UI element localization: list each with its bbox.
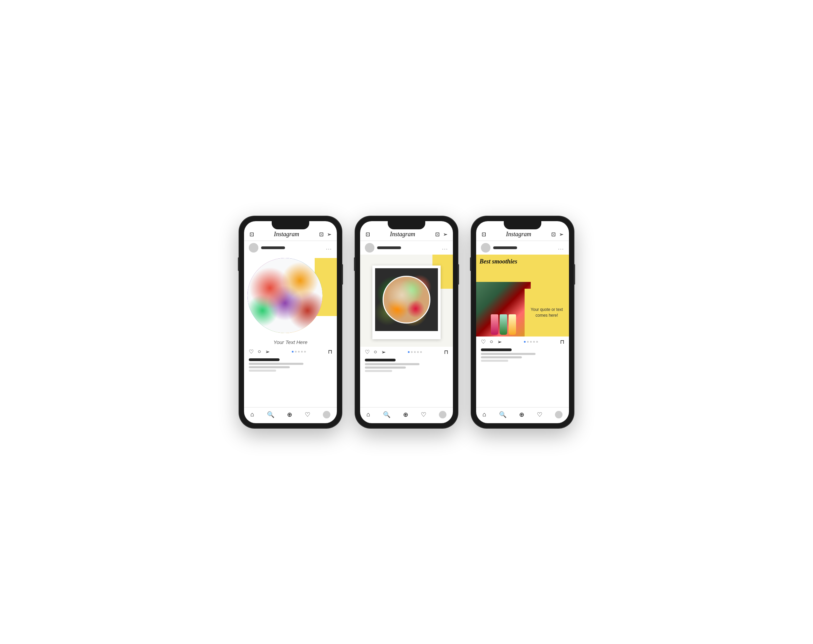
caption-line-3a — [481, 353, 535, 355]
action-left-3: ♡ ○ ➢ — [481, 339, 502, 345]
heart-nav-1[interactable]: ♡ — [305, 411, 310, 419]
camera-icon-2[interactable]: ⊡ — [365, 231, 370, 238]
messenger-icon-3[interactable]: ⊡ — [551, 231, 556, 238]
smoothie-image-area — [476, 282, 531, 336]
post-user-3 — [481, 243, 517, 253]
add-nav-1[interactable]: ⊕ — [287, 411, 292, 419]
search-nav-3[interactable]: 🔍 — [499, 411, 506, 419]
notch-3 — [504, 221, 541, 229]
send-icon-2[interactable]: ➢ — [443, 231, 448, 238]
glass-green — [500, 314, 507, 335]
bottom-nav-3: ⌂ 🔍 ⊕ ♡ — [476, 407, 569, 423]
likes-bar-1 — [249, 358, 279, 361]
post-caption-1: Your Text Here — [244, 336, 337, 347]
heart-nav-3[interactable]: ♡ — [537, 411, 542, 419]
salad-bowl — [383, 276, 430, 324]
dot-3b — [414, 351, 416, 353]
action-bar-2: ♡ ○ ➢ ⊓ — [360, 347, 453, 357]
add-nav-2[interactable]: ⊕ — [403, 411, 408, 419]
dots-indicator-1 — [292, 351, 306, 353]
action-bar-1: ♡ ○ ➢ ⊓ — [244, 347, 337, 357]
home-nav-3[interactable]: ⌂ — [483, 411, 486, 418]
comment-icon-3[interactable]: ○ — [490, 339, 493, 345]
dot-4 — [301, 351, 303, 353]
post-image-2 — [360, 255, 453, 347]
phone-1-screen: ⊡ Instagram ⊡ ➢ ... — [244, 221, 337, 423]
caption-line-1 — [249, 363, 304, 365]
share-icon-3[interactable]: ➢ — [497, 339, 502, 345]
home-nav-2[interactable]: ⌂ — [367, 411, 370, 418]
profile-nav-1[interactable] — [323, 411, 330, 419]
header-icons-3: ⊡ ➢ — [551, 231, 563, 238]
heart-icon-2[interactable]: ♡ — [365, 349, 370, 355]
more-dots-3[interactable]: ... — [558, 245, 564, 250]
phones-container: ⊡ Instagram ⊡ ➢ ... — [239, 216, 574, 428]
phone-3-screen: ⊡ Instagram ⊡ ➢ ... — [476, 221, 569, 423]
dot-2c — [527, 341, 529, 343]
fruit-bowl-image — [247, 258, 322, 333]
bottom-nav-1: ⌂ 🔍 ⊕ ♡ — [244, 407, 337, 423]
bookmark-icon-1[interactable]: ⊓ — [328, 348, 332, 355]
fruit-bowl-inner — [247, 258, 322, 333]
bookmark-icon-3[interactable]: ⊓ — [560, 339, 564, 345]
home-nav-1[interactable]: ⌂ — [250, 411, 254, 418]
search-nav-2[interactable]: 🔍 — [383, 411, 390, 419]
phone-3: ⊡ Instagram ⊡ ➢ ... — [471, 216, 574, 428]
heart-icon-1[interactable]: ♡ — [249, 348, 254, 355]
salad-polaroid — [372, 265, 441, 339]
camera-icon-3[interactable]: ⊡ — [482, 231, 486, 238]
share-icon-2[interactable]: ➢ — [381, 349, 386, 355]
send-icon-3[interactable]: ➢ — [559, 231, 563, 238]
dots-indicator-2 — [408, 351, 422, 353]
dot-active-2 — [408, 351, 410, 353]
dots-indicator-3 — [524, 341, 538, 343]
phone-2-screen: ⊡ Instagram ⊡ ➢ ... — [360, 221, 453, 423]
phone-1-wrapper: ⊡ Instagram ⊡ ➢ ... — [239, 216, 342, 428]
messenger-icon-2[interactable]: ⊡ — [435, 231, 440, 238]
dot-active-3 — [524, 341, 526, 343]
profile-nav-3[interactable] — [555, 411, 563, 419]
profile-nav-2[interactable] — [439, 411, 446, 419]
phone-1: ⊡ Instagram ⊡ ➢ ... — [239, 216, 342, 428]
post-info-3 — [476, 347, 569, 363]
more-dots-2[interactable]: ... — [442, 245, 448, 250]
bookmark-icon-2[interactable]: ⊓ — [444, 349, 448, 355]
post-image-3: Best smoothies Your quote or text comes … — [476, 255, 569, 336]
phone-2: ⊡ Instagram ⊡ ➢ ... — [355, 216, 458, 428]
camera-icon-1[interactable]: ⊡ — [250, 231, 254, 238]
caption-line-3c — [481, 360, 508, 362]
phone-2-wrapper: ⊡ Instagram ⊡ ➢ ... — [355, 216, 458, 428]
instagram-logo-2: Instagram — [390, 231, 415, 238]
post-info-1 — [244, 357, 337, 373]
instagram-logo-1: Instagram — [274, 231, 299, 238]
add-nav-3[interactable]: ⊕ — [519, 411, 524, 419]
share-icon-1[interactable]: ➢ — [265, 348, 270, 355]
dot-2 — [295, 351, 297, 353]
username-bar-1 — [261, 247, 285, 249]
caption-line-2c — [365, 370, 392, 372]
heart-nav-2[interactable]: ♡ — [421, 411, 426, 419]
messenger-icon-1[interactable]: ⊡ — [319, 231, 324, 238]
phone-3-wrapper: ⊡ Instagram ⊡ ➢ ... — [471, 216, 574, 428]
caption-line-2 — [249, 366, 290, 368]
post-header-3: ... — [476, 241, 569, 255]
post-avatar-2 — [365, 243, 374, 253]
comment-icon-2[interactable]: ○ — [374, 349, 377, 355]
comment-icon-1[interactable]: ○ — [258, 348, 261, 354]
heart-icon-3[interactable]: ♡ — [481, 339, 486, 345]
search-nav-1[interactable]: 🔍 — [267, 411, 275, 419]
dot-2b — [411, 351, 413, 353]
glass-pink — [491, 314, 498, 335]
post-image-1 — [244, 255, 337, 336]
more-dots-1[interactable]: ... — [326, 245, 332, 250]
action-left-1: ♡ ○ ➢ — [249, 348, 270, 355]
dot-4c — [533, 341, 535, 343]
username-bar-2 — [377, 247, 401, 249]
caption-line-3b — [481, 356, 522, 358]
send-icon-1[interactable]: ➢ — [327, 231, 331, 238]
post-user-2 — [365, 243, 401, 253]
username-bar-3 — [493, 247, 517, 249]
smoothie-glasses — [491, 314, 516, 336]
notch-2 — [388, 221, 425, 229]
dot-3 — [298, 351, 300, 353]
